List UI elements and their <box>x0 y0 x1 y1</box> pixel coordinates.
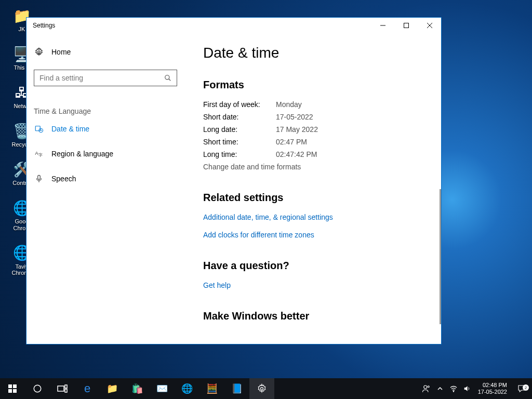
svg-point-5 <box>165 75 169 79</box>
settings-window: Settings Home <box>26 17 442 344</box>
format-key: Short time: <box>203 138 276 146</box>
taskbar-explorer[interactable]: 📁 <box>100 378 125 399</box>
question-heading: Have a question? <box>203 260 429 272</box>
svg-text:字: 字 <box>38 153 43 157</box>
format-value: Monday <box>276 100 302 109</box>
clock-time: 02:48 PM <box>478 382 507 389</box>
chrome-icon: 🌐 <box>181 383 193 394</box>
taskbar-calculator[interactable]: 🧮 <box>200 378 224 399</box>
svg-point-24 <box>423 385 427 389</box>
svg-rect-22 <box>65 389 67 392</box>
search-box[interactable] <box>34 70 177 86</box>
titlebar[interactable]: Settings <box>26 18 441 33</box>
mail-icon: ✉️ <box>156 383 168 394</box>
volume-icon <box>463 384 471 393</box>
windows-icon <box>8 384 17 393</box>
maximize-icon <box>404 23 409 28</box>
nav-speech[interactable]: Speech <box>34 167 188 190</box>
minimize-button[interactable] <box>371 18 394 33</box>
home-button[interactable]: Home <box>34 41 188 63</box>
microphone-icon <box>34 174 44 183</box>
notification-badge: 2 <box>523 384 529 391</box>
gear-icon <box>34 47 44 57</box>
people-button[interactable] <box>420 384 433 393</box>
gear-icon <box>257 383 267 394</box>
cortana-button[interactable] <box>25 378 50 399</box>
svg-point-4 <box>38 51 41 54</box>
tray-overflow-button[interactable] <box>433 385 447 392</box>
svg-point-25 <box>428 386 429 388</box>
format-key: Short date: <box>203 113 276 121</box>
language-icon: A字 <box>34 149 44 158</box>
related-link-additional[interactable]: Additional date, time, & regional settin… <box>203 213 429 221</box>
feedback-heading: Make Windows better <box>203 310 429 322</box>
taskbar-store[interactable]: 🛍️ <box>125 378 150 399</box>
format-row: Long date:17 May 2022 <box>203 125 429 134</box>
scrollbar[interactable] <box>440 189 441 324</box>
svg-rect-1 <box>404 23 408 28</box>
svg-rect-16 <box>13 384 17 388</box>
clock-calendar-icon <box>34 124 44 134</box>
nav-label: Date & time <box>51 125 89 133</box>
edge-icon: e <box>84 382 90 395</box>
tray-network[interactable] <box>447 384 460 393</box>
svg-rect-21 <box>65 385 67 388</box>
home-label: Home <box>51 48 71 56</box>
store-icon: 🛍️ <box>131 383 143 394</box>
taskbar-notes[interactable]: 📘 <box>224 378 249 399</box>
svg-rect-7 <box>35 126 40 131</box>
get-help-link[interactable]: Get help <box>203 281 429 289</box>
svg-line-10 <box>41 130 42 131</box>
window-buttons <box>371 18 441 33</box>
notes-icon: 📘 <box>231 383 243 394</box>
nav-label: Speech <box>51 175 76 183</box>
svg-rect-20 <box>58 386 64 391</box>
content-pane: Date & time Formats First day of week:Mo… <box>188 33 441 344</box>
system-tray: 02:48 PM 17-05-2022 2 <box>420 378 532 399</box>
folder-icon: 📁 <box>107 383 118 394</box>
svg-point-26 <box>453 391 454 392</box>
taskbar-clock[interactable]: 02:48 PM 17-05-2022 <box>474 382 511 395</box>
svg-point-23 <box>261 388 263 390</box>
people-icon <box>422 384 431 393</box>
format-row: Short time:02:47 PM <box>203 138 429 146</box>
tray-volume[interactable] <box>460 384 474 393</box>
sidebar: Home Time & Language Date & time <box>26 33 188 344</box>
feedback-section: Make Windows better <box>203 310 429 322</box>
taskbar-settings[interactable] <box>249 378 274 399</box>
maximize-button[interactable] <box>394 18 418 33</box>
svg-rect-18 <box>13 389 17 393</box>
desktop: 📁 JK 🖥️ This P 🖧 Netwo 🗑️ Recycle 🛠️ Con… <box>0 0 532 399</box>
change-formats-link[interactable]: Change date and time formats <box>203 163 429 171</box>
page-title: Date & time <box>203 45 429 61</box>
cortana-icon <box>33 384 42 393</box>
category-label: Time & Language <box>34 107 188 115</box>
task-view-icon <box>57 384 68 393</box>
format-value: 02:47 PM <box>276 138 307 146</box>
format-value: 02:47:42 PM <box>276 150 317 158</box>
question-section: Have a question? Get help <box>203 260 429 289</box>
action-center-button[interactable]: 2 <box>511 384 532 393</box>
close-button[interactable] <box>418 18 441 33</box>
window-title: Settings <box>33 22 55 29</box>
nav-label: Region & language <box>51 150 113 158</box>
task-view-button[interactable] <box>50 378 75 399</box>
nav-region-language[interactable]: A字 Region & language <box>34 142 188 165</box>
related-heading: Related settings <box>203 192 429 204</box>
format-row: Long time:02:47:42 PM <box>203 150 429 158</box>
taskbar-chrome[interactable]: 🌐 <box>175 378 200 399</box>
taskbar-edge[interactable]: e <box>75 378 100 399</box>
taskbar-mail[interactable]: ✉️ <box>150 378 175 399</box>
format-row: First day of week:Monday <box>203 100 429 109</box>
related-settings-section: Related settings Additional date, time, … <box>203 192 429 239</box>
search-input[interactable] <box>39 74 164 82</box>
nav-date-time[interactable]: Date & time <box>34 117 188 140</box>
format-key: Long date: <box>203 125 276 134</box>
start-button[interactable] <box>0 378 25 399</box>
related-link-clocks[interactable]: Add clocks for different time zones <box>203 231 429 239</box>
minimize-icon <box>380 23 385 28</box>
window-body: Home Time & Language Date & time <box>26 33 441 344</box>
formats-heading: Formats <box>203 79 429 91</box>
wifi-icon <box>449 384 458 393</box>
format-key: First day of week: <box>203 100 276 109</box>
